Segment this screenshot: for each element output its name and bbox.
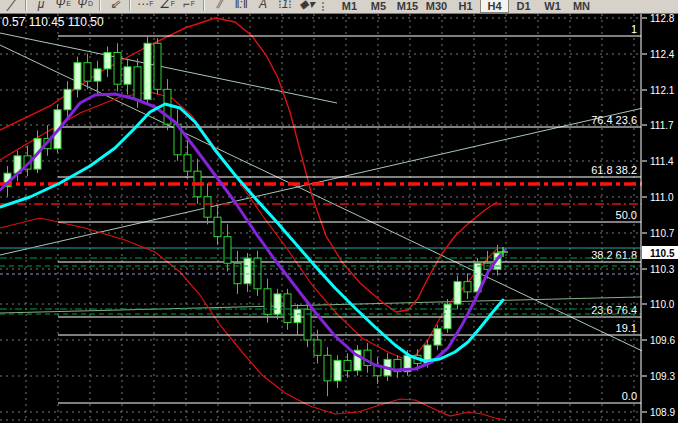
candle-body bbox=[154, 43, 161, 89]
candle-body bbox=[324, 355, 331, 381]
marker-tool[interactable]: ⁞1⁞ bbox=[274, 0, 296, 13]
candle-body bbox=[124, 67, 131, 84]
timeframe-button-h4[interactable]: H4 bbox=[480, 0, 509, 13]
parallel-lines-tool[interactable]: ⫽ bbox=[208, 0, 230, 13]
candle-body bbox=[344, 360, 351, 370]
cursor-arrow-tool[interactable]: ⇙ bbox=[104, 0, 126, 13]
axis-label: 111.7 bbox=[650, 120, 674, 131]
candle-body bbox=[144, 43, 151, 99]
pitchfork-tool[interactable]: μ bbox=[30, 0, 52, 13]
axis-label: 109.6 bbox=[650, 335, 675, 346]
timeframe-button-d1[interactable]: D1 bbox=[509, 0, 538, 13]
timeframe-button-m30[interactable]: M30 bbox=[422, 0, 451, 13]
candle-body bbox=[294, 309, 301, 322]
candle-body bbox=[444, 304, 451, 329]
candle-body bbox=[284, 294, 291, 323]
axis-label: 112.1 bbox=[650, 85, 675, 96]
fib-label: 38.2 61.8 bbox=[591, 249, 637, 261]
timeframe-button-w1[interactable]: W1 bbox=[538, 0, 567, 13]
axis-label: 111.0 bbox=[650, 192, 674, 203]
axis-label: 110.0 bbox=[650, 299, 675, 310]
candle-body bbox=[74, 63, 81, 90]
fib-label: 0.0 bbox=[622, 390, 637, 402]
axis-label: 110.7 bbox=[650, 228, 675, 239]
candle-body bbox=[204, 197, 211, 217]
toolbar-separator bbox=[99, 0, 101, 11]
candle-body bbox=[84, 63, 91, 81]
axis-label: 109.3 bbox=[650, 371, 675, 382]
chart-svg[interactable]: 176.4 23.661.8 38.250.038.2 61.823.6 76.… bbox=[0, 14, 678, 423]
candle-body bbox=[114, 52, 121, 84]
fib-label: 19.1 bbox=[616, 322, 637, 334]
candle-body bbox=[434, 329, 441, 345]
cycle-lines-tool[interactable]: ‖:‖ bbox=[230, 0, 252, 13]
gann-wave-e-tool[interactable]: ΨE bbox=[52, 0, 74, 13]
axis-label: 112.8 bbox=[650, 14, 675, 24]
fibo-arc-tool[interactable]: ⌐F bbox=[178, 0, 200, 13]
axis-label: 112.4 bbox=[650, 49, 675, 60]
text-tool[interactable]: A bbox=[252, 0, 274, 13]
candle-body bbox=[254, 258, 261, 289]
toolbar-row: ╱μΨEΨD⇙⋯F∠F⌐F⫽‖:‖A⁞1⁞◆▾ M1M5M15M30H1H4D1… bbox=[0, 0, 596, 14]
candle-body bbox=[274, 294, 281, 314]
toolbar-separator bbox=[129, 0, 131, 11]
candle-body bbox=[94, 69, 101, 81]
fib-label: 76.4 23.6 bbox=[591, 114, 637, 126]
toolbar-grip-handle[interactable] bbox=[322, 0, 331, 11]
candle-body bbox=[224, 237, 231, 264]
candle-body bbox=[244, 258, 251, 284]
candle-body bbox=[464, 282, 471, 292]
axis-label: 110.3 bbox=[650, 264, 675, 275]
timeframe-button-h1[interactable]: H1 bbox=[451, 0, 480, 13]
drawing-toolbar: ╱μΨEΨD⇙⋯F∠F⌐F⫽‖:‖A⁞1⁞◆▾ bbox=[0, 0, 318, 13]
candle-body bbox=[314, 340, 321, 355]
timeframe-button-m5[interactable]: M5 bbox=[364, 0, 393, 13]
timeframe-button-mn[interactable]: MN bbox=[567, 0, 596, 13]
timeframe-button-m15[interactable]: M15 bbox=[393, 0, 422, 13]
price-axis[interactable]: 112.8112.4112.1111.7111.4111.0110.7110.3… bbox=[641, 14, 678, 423]
timeframe-button-m1[interactable]: M1 bbox=[335, 0, 364, 13]
quote-overlay: 0.57 110.45 110.50 bbox=[2, 15, 104, 29]
timeframe-toolbar: M1M5M15M30H1H4D1W1MN bbox=[335, 0, 596, 13]
fib-label: 50.0 bbox=[616, 209, 637, 221]
candle-body bbox=[104, 52, 111, 68]
toolbar-separator bbox=[25, 0, 27, 11]
axis-label: 111.4 bbox=[650, 156, 674, 167]
trendline-tool[interactable]: ╱ bbox=[0, 0, 22, 13]
fibo-retracement-tool[interactable]: ⋯F bbox=[134, 0, 156, 13]
toolbar-separator bbox=[203, 0, 205, 11]
toolbar: ╱μΨEΨD⇙⋯F∠F⌐F⫽‖:‖A⁞1⁞◆▾ M1M5M15M30H1H4D1… bbox=[0, 0, 678, 14]
candle-body bbox=[64, 89, 71, 109]
gann-wave-d-tool[interactable]: ΨD bbox=[74, 0, 96, 13]
candle-body bbox=[264, 289, 271, 315]
fibo-fan-tool[interactable]: ∠F bbox=[156, 0, 178, 13]
candle-body bbox=[454, 282, 461, 305]
candle-body bbox=[334, 360, 341, 380]
axis-label: 108.9 bbox=[650, 407, 675, 418]
fib-label: 61.8 38.2 bbox=[591, 164, 637, 176]
current-price-label: 110.5 bbox=[650, 248, 675, 259]
arrows-dropdown[interactable]: ◆▾ bbox=[296, 0, 318, 13]
candle-body bbox=[134, 67, 141, 100]
fib-label: 1 bbox=[631, 23, 637, 35]
candle-body bbox=[214, 217, 221, 236]
candle-body bbox=[184, 155, 191, 171]
chart-area[interactable]: 0.57 110.45 110.50 176.4 23.661.8 38.250… bbox=[0, 14, 678, 423]
